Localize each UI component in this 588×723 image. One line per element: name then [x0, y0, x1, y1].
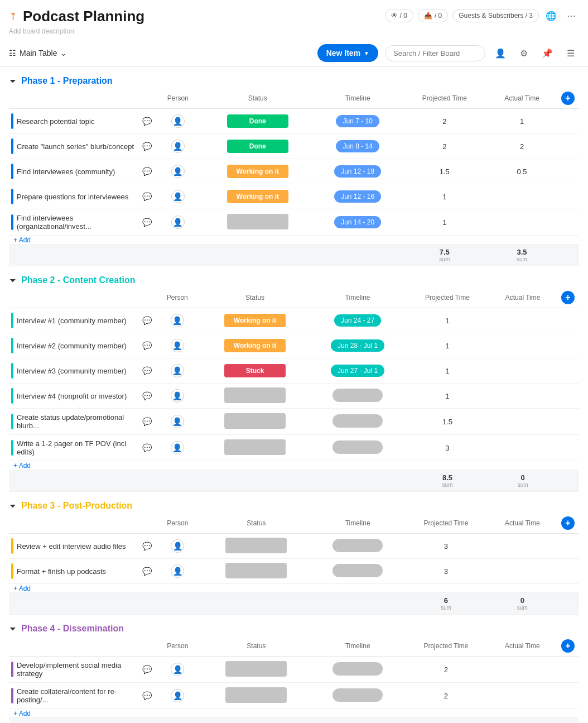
projected-time-cell[interactable]: 2: [402, 134, 487, 159]
person-cell[interactable]: 👤: [154, 657, 201, 683]
timeline-cell[interactable]: Jun 14 - 20: [314, 209, 402, 236]
add-item-button[interactable]: + Add: [9, 458, 35, 473]
person-cell[interactable]: 👤: [154, 409, 201, 435]
status-cell[interactable]: [201, 384, 310, 409]
person-cell[interactable]: 👤: [154, 435, 201, 461]
actual-time-cell[interactable]: 0.5: [487, 159, 557, 184]
task-name[interactable]: Create "launch series" blurb/concept: [17, 142, 139, 151]
group-header-phase3[interactable]: ⏷Phase 3 - Post-Production: [9, 501, 579, 511]
person-cell[interactable]: 👤: [154, 683, 201, 709]
actual-time-cell[interactable]: [489, 358, 557, 384]
actual-time-cell[interactable]: [489, 384, 557, 409]
add-column-button[interactable]: +: [561, 92, 575, 105]
timeline-cell[interactable]: [309, 435, 406, 461]
actual-time-cell[interactable]: [488, 683, 557, 709]
comment-icon[interactable]: 💬: [142, 341, 152, 350]
comment-icon[interactable]: 💬: [142, 366, 152, 375]
task-name[interactable]: Format + finish up podcasts: [17, 567, 139, 576]
status-cell[interactable]: [201, 657, 311, 683]
actual-time-cell[interactable]: [487, 184, 557, 209]
comment-icon[interactable]: 💬: [142, 417, 152, 426]
status-cell[interactable]: Working on it: [202, 159, 314, 184]
status-cell[interactable]: [201, 409, 310, 435]
actual-time-cell[interactable]: [489, 409, 557, 435]
more-options-icon[interactable]: ⋯: [563, 8, 579, 23]
timeline-cell[interactable]: Jun 24 - 27: [309, 308, 406, 333]
timeline-cell[interactable]: [311, 534, 404, 559]
add-column-button[interactable]: +: [561, 291, 575, 304]
task-name[interactable]: Interview #2 (community member): [17, 342, 139, 350]
actual-time-cell[interactable]: [488, 559, 557, 584]
settings-icon[interactable]: ⚙: [515, 45, 532, 61]
main-table-button[interactable]: ☷ Main Table ⌄: [9, 49, 67, 58]
status-cell[interactable]: Stuck: [201, 358, 310, 384]
status-cell[interactable]: [201, 435, 310, 461]
task-name[interactable]: Review + edit interview audio files: [17, 542, 139, 550]
task-name[interactable]: Interview #3 (community member): [17, 367, 139, 375]
projected-time-cell[interactable]: 3: [406, 435, 489, 461]
task-name[interactable]: Create status update/promotional blurb..…: [17, 413, 139, 430]
person-cell[interactable]: 👤: [154, 109, 202, 134]
task-name[interactable]: Find interviewees (community): [17, 167, 139, 176]
person-cell[interactable]: 👤: [154, 384, 201, 409]
timeline-cell[interactable]: [311, 559, 404, 584]
actual-time-cell[interactable]: [489, 333, 557, 358]
projected-time-cell[interactable]: 1: [402, 209, 487, 236]
add-item-button[interactable]: + Add: [9, 233, 35, 247]
pin-icon[interactable]: 📌: [539, 45, 556, 61]
comment-icon[interactable]: 💬: [142, 443, 152, 452]
task-name[interactable]: Interview #4 (nonprofit or investor): [17, 392, 139, 400]
person-cell[interactable]: 👤: [154, 159, 202, 184]
comment-icon[interactable]: 💬: [142, 542, 152, 550]
projected-time-cell[interactable]: 3: [404, 559, 488, 584]
status-cell[interactable]: [201, 534, 311, 559]
projected-time-cell[interactable]: 2: [404, 657, 488, 683]
share-count-pill[interactable]: 📤 / 0: [418, 9, 448, 22]
actual-time-cell[interactable]: [489, 308, 557, 333]
add-column-button[interactable]: +: [561, 516, 575, 530]
comment-icon[interactable]: 💬: [142, 665, 152, 674]
filter-icon[interactable]: ☰: [562, 45, 579, 61]
guests-pill[interactable]: Guests & Subscribers / 3: [452, 9, 539, 22]
timeline-cell[interactable]: Jun 8 - 14: [314, 134, 402, 159]
status-cell[interactable]: [202, 209, 314, 236]
person-cell[interactable]: 👤: [154, 559, 201, 584]
person-cell[interactable]: 👤: [154, 333, 201, 358]
person-cell[interactable]: 👤: [154, 308, 201, 333]
group-header-phase2[interactable]: ⏷Phase 2 - Content Creation: [9, 275, 579, 285]
add-item-button[interactable]: + Add: [9, 581, 35, 596]
eyeball-count-pill[interactable]: 👁 / 0: [385, 9, 413, 22]
status-cell[interactable]: Working on it: [201, 333, 310, 358]
comment-icon[interactable]: 💬: [142, 691, 152, 700]
timeline-cell[interactable]: Jun 12 - 18: [314, 159, 402, 184]
status-cell[interactable]: Working on it: [202, 184, 314, 209]
person-cell[interactable]: 👤: [154, 358, 201, 384]
comment-icon[interactable]: 💬: [142, 117, 152, 126]
timeline-cell[interactable]: Jun 27 - Jul 1: [309, 358, 406, 384]
globe-icon[interactable]: 🌐: [543, 8, 559, 23]
person-cell[interactable]: 👤: [154, 534, 201, 559]
status-cell[interactable]: Done: [202, 134, 314, 159]
task-name[interactable]: Interview #1 (community member): [17, 317, 139, 325]
actual-time-cell[interactable]: [488, 657, 557, 683]
person-cell[interactable]: 👤: [154, 209, 202, 236]
task-name[interactable]: Write a 1-2 pager on TF POV (incl edits): [17, 439, 139, 456]
task-name[interactable]: Develop/implement social media strategy: [17, 661, 139, 678]
add-column-button[interactable]: +: [561, 639, 575, 653]
timeline-cell[interactable]: Jun 7 - 10: [314, 109, 402, 134]
projected-time-cell[interactable]: 1: [406, 333, 489, 358]
status-cell[interactable]: [201, 559, 311, 584]
timeline-cell[interactable]: [311, 657, 404, 683]
task-name[interactable]: Create collateral/content for re-posting…: [17, 687, 139, 704]
actual-time-cell[interactable]: [489, 435, 557, 461]
timeline-cell[interactable]: Jun 12 - 16: [314, 184, 402, 209]
projected-time-cell[interactable]: 1: [402, 184, 487, 209]
add-item-button[interactable]: + Add: [9, 706, 35, 721]
projected-time-cell[interactable]: 1.5: [402, 159, 487, 184]
timeline-cell[interactable]: [309, 384, 406, 409]
comment-icon[interactable]: 💬: [142, 391, 152, 400]
timeline-cell[interactable]: [309, 409, 406, 435]
comment-icon[interactable]: 💬: [142, 316, 152, 325]
actual-time-cell[interactable]: 2: [487, 134, 557, 159]
projected-time-cell[interactable]: 1: [406, 384, 489, 409]
